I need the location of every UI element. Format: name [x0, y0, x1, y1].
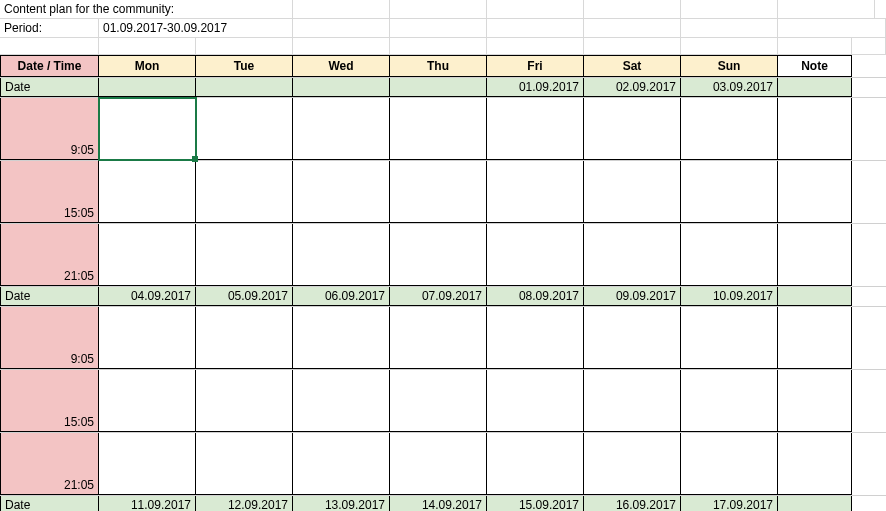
- content-cell[interactable]: [390, 224, 487, 286]
- date-cell[interactable]: 11.09.2017: [99, 496, 196, 511]
- content-cell[interactable]: [681, 433, 778, 495]
- content-cell[interactable]: [487, 370, 584, 432]
- content-cell[interactable]: [390, 307, 487, 369]
- content-cell[interactable]: [99, 161, 196, 223]
- empty-cell[interactable]: [681, 38, 778, 54]
- date-cell[interactable]: 16.09.2017: [584, 496, 681, 511]
- date-cell[interactable]: 13.09.2017: [293, 496, 390, 511]
- date-cell[interactable]: 10.09.2017: [681, 287, 778, 306]
- content-cell[interactable]: [293, 161, 390, 223]
- content-cell[interactable]: [390, 370, 487, 432]
- date-cell[interactable]: [293, 78, 390, 97]
- content-cell[interactable]: [584, 98, 681, 160]
- content-cell[interactable]: [99, 224, 196, 286]
- time-label[interactable]: 9:05: [0, 98, 99, 160]
- date-cell[interactable]: 15.09.2017: [487, 496, 584, 511]
- content-cell[interactable]: [584, 370, 681, 432]
- period-value-cell[interactable]: 01.09.2017-30.09.2017: [99, 19, 293, 37]
- date-cell[interactable]: [196, 78, 293, 97]
- content-cell[interactable]: [584, 224, 681, 286]
- date-cell[interactable]: 06.09.2017: [293, 287, 390, 306]
- content-cell[interactable]: [293, 98, 390, 160]
- date-cell[interactable]: 17.09.2017: [681, 496, 778, 511]
- content-cell[interactable]: [196, 161, 293, 223]
- content-cell[interactable]: [487, 307, 584, 369]
- content-cell[interactable]: [681, 161, 778, 223]
- content-cell[interactable]: [99, 370, 196, 432]
- note-cell[interactable]: [778, 307, 852, 369]
- empty-cell[interactable]: [681, 0, 778, 18]
- content-cell[interactable]: [390, 161, 487, 223]
- header-day-tue[interactable]: Tue: [196, 55, 293, 77]
- empty-cell[interactable]: [778, 38, 852, 54]
- date-cell[interactable]: 08.09.2017: [487, 287, 584, 306]
- content-cell[interactable]: [293, 433, 390, 495]
- content-cell[interactable]: [293, 370, 390, 432]
- header-note[interactable]: Note: [778, 55, 852, 77]
- empty-cell[interactable]: [293, 19, 390, 37]
- content-cell[interactable]: [681, 370, 778, 432]
- content-cell[interactable]: [584, 161, 681, 223]
- content-cell[interactable]: [196, 98, 293, 160]
- header-day-thu[interactable]: Thu: [390, 55, 487, 77]
- note-cell[interactable]: [778, 98, 852, 160]
- empty-cell[interactable]: [390, 19, 487, 37]
- date-cell[interactable]: 14.09.2017: [390, 496, 487, 511]
- time-label[interactable]: 21:05: [0, 224, 99, 286]
- date-label[interactable]: Date: [0, 496, 99, 511]
- empty-cell[interactable]: [487, 38, 584, 54]
- header-day-mon[interactable]: Mon: [99, 55, 196, 77]
- note-cell[interactable]: [778, 161, 852, 223]
- period-label-cell[interactable]: Period:: [0, 19, 99, 37]
- empty-cell[interactable]: [778, 0, 875, 18]
- header-day-fri[interactable]: Fri: [487, 55, 584, 77]
- time-label[interactable]: 15:05: [0, 161, 99, 223]
- date-cell[interactable]: 05.09.2017: [196, 287, 293, 306]
- empty-cell[interactable]: [487, 19, 584, 37]
- note-cell[interactable]: [778, 287, 852, 306]
- empty-cell[interactable]: [584, 0, 681, 18]
- content-cell[interactable]: [487, 98, 584, 160]
- time-label[interactable]: 15:05: [0, 370, 99, 432]
- time-label[interactable]: 9:05: [0, 307, 99, 369]
- content-cell[interactable]: [293, 224, 390, 286]
- empty-cell[interactable]: [852, 38, 886, 54]
- empty-cell[interactable]: [875, 0, 886, 18]
- content-cell[interactable]: [681, 307, 778, 369]
- date-cell[interactable]: 07.09.2017: [390, 287, 487, 306]
- empty-cell[interactable]: [778, 19, 886, 37]
- content-cell[interactable]: [584, 307, 681, 369]
- empty-cell[interactable]: [390, 38, 487, 54]
- note-cell[interactable]: [778, 433, 852, 495]
- empty-cell[interactable]: [390, 0, 487, 18]
- content-cell[interactable]: [681, 224, 778, 286]
- empty-cell[interactable]: [584, 19, 681, 37]
- empty-cell[interactable]: [584, 38, 681, 54]
- content-cell[interactable]: [196, 433, 293, 495]
- header-day-sun[interactable]: Sun: [681, 55, 778, 77]
- content-cell[interactable]: [196, 307, 293, 369]
- empty-cell[interactable]: [99, 38, 196, 54]
- header-date-time[interactable]: Date / Time: [0, 55, 99, 77]
- content-cell[interactable]: [487, 161, 584, 223]
- content-cell[interactable]: [99, 307, 196, 369]
- content-cell[interactable]: [99, 433, 196, 495]
- header-day-wed[interactable]: Wed: [293, 55, 390, 77]
- content-cell[interactable]: [390, 98, 487, 160]
- content-cell[interactable]: [487, 433, 584, 495]
- content-cell[interactable]: [681, 98, 778, 160]
- content-cell[interactable]: [196, 370, 293, 432]
- date-label[interactable]: Date: [0, 287, 99, 306]
- content-cell[interactable]: [293, 307, 390, 369]
- date-cell[interactable]: 03.09.2017: [681, 78, 778, 97]
- date-cell[interactable]: 01.09.2017: [487, 78, 584, 97]
- empty-cell[interactable]: [487, 0, 584, 18]
- note-cell[interactable]: [778, 224, 852, 286]
- date-cell[interactable]: 12.09.2017: [196, 496, 293, 511]
- content-cell[interactable]: [390, 433, 487, 495]
- empty-cell[interactable]: [293, 38, 390, 54]
- content-cell[interactable]: [584, 433, 681, 495]
- empty-cell[interactable]: [293, 0, 390, 18]
- header-day-sat[interactable]: Sat: [584, 55, 681, 77]
- date-cell[interactable]: [99, 78, 196, 97]
